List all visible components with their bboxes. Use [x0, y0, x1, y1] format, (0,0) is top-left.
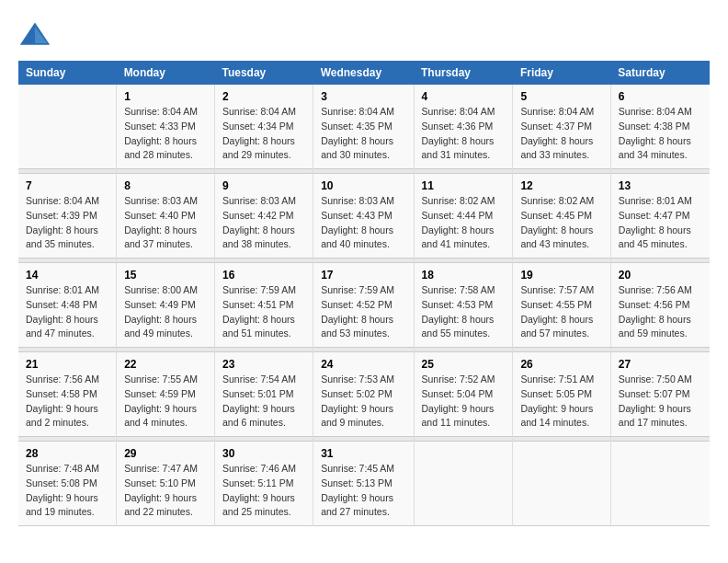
day-info: Sunrise: 7:56 AMSunset: 4:56 PMDaylight:… [619, 283, 702, 341]
day-info: Sunrise: 8:03 AMSunset: 4:40 PMDaylight:… [124, 194, 207, 252]
day-number: 20 [619, 269, 702, 282]
day-cell: 9Sunrise: 8:03 AMSunset: 4:42 PMDaylight… [214, 174, 313, 259]
day-number: 15 [124, 269, 207, 282]
week-row-1: 7Sunrise: 8:04 AMSunset: 4:39 PMDaylight… [18, 174, 710, 259]
day-number: 13 [619, 179, 702, 192]
day-cell: 4Sunrise: 8:04 AMSunset: 4:36 PMDaylight… [414, 85, 513, 169]
day-cell [18, 85, 117, 169]
day-number: 26 [520, 358, 602, 371]
day-number: 2 [222, 90, 305, 103]
day-cell: 2Sunrise: 8:04 AMSunset: 4:34 PMDaylight… [214, 85, 313, 169]
day-cell: 22Sunrise: 7:55 AMSunset: 4:59 PMDayligh… [117, 352, 215, 437]
calendar-table: SundayMondayTuesdayWednesdayThursdayFrid… [18, 61, 710, 526]
day-cell: 26Sunrise: 7:51 AMSunset: 5:05 PMDayligh… [513, 352, 610, 437]
day-cell: 17Sunrise: 7:59 AMSunset: 4:52 PMDayligh… [313, 263, 414, 348]
day-number: 27 [619, 358, 702, 371]
day-number: 24 [321, 358, 405, 371]
day-cell: 24Sunrise: 7:53 AMSunset: 5:02 PMDayligh… [313, 352, 414, 437]
day-number: 4 [422, 90, 506, 103]
day-info: Sunrise: 8:04 AMSunset: 4:34 PMDaylight:… [222, 105, 305, 163]
day-info: Sunrise: 7:54 AMSunset: 5:01 PMDaylight:… [222, 373, 305, 431]
day-cell: 14Sunrise: 8:01 AMSunset: 4:48 PMDayligh… [18, 263, 117, 348]
day-info: Sunrise: 8:03 AMSunset: 4:42 PMDaylight:… [222, 194, 305, 252]
day-cell: 3Sunrise: 8:04 AMSunset: 4:35 PMDaylight… [313, 85, 414, 169]
day-info: Sunrise: 8:02 AMSunset: 4:44 PMDaylight:… [422, 194, 506, 252]
day-number: 7 [26, 179, 108, 192]
header-tuesday: Tuesday [214, 61, 313, 85]
day-cell [513, 442, 610, 526]
day-cell: 21Sunrise: 7:56 AMSunset: 4:58 PMDayligh… [18, 352, 117, 437]
day-number: 1 [124, 90, 207, 103]
day-info: Sunrise: 7:50 AMSunset: 5:07 PMDaylight:… [619, 373, 702, 431]
day-info: Sunrise: 8:02 AMSunset: 4:45 PMDaylight:… [520, 194, 602, 252]
day-cell: 25Sunrise: 7:52 AMSunset: 5:04 PMDayligh… [414, 352, 513, 437]
day-info: Sunrise: 7:45 AMSunset: 5:13 PMDaylight:… [321, 462, 405, 520]
day-number: 10 [321, 179, 405, 192]
day-number: 31 [321, 447, 405, 460]
day-cell: 13Sunrise: 8:01 AMSunset: 4:47 PMDayligh… [610, 174, 710, 259]
day-number: 18 [422, 269, 506, 282]
header-sunday: Sunday [18, 61, 117, 85]
day-number: 6 [619, 90, 702, 103]
header-monday: Monday [117, 61, 215, 85]
day-info: Sunrise: 7:57 AMSunset: 4:55 PMDaylight:… [520, 283, 602, 341]
logo-icon [18, 18, 51, 52]
day-cell: 5Sunrise: 8:04 AMSunset: 4:37 PMDaylight… [513, 85, 610, 169]
day-cell [414, 442, 513, 526]
day-info: Sunrise: 7:52 AMSunset: 5:04 PMDaylight:… [422, 373, 506, 431]
day-number: 29 [124, 447, 207, 460]
day-info: Sunrise: 7:56 AMSunset: 4:58 PMDaylight:… [26, 373, 108, 431]
day-number: 23 [222, 358, 305, 371]
day-number: 5 [520, 90, 602, 103]
page-header [18, 18, 710, 52]
day-cell: 12Sunrise: 8:02 AMSunset: 4:45 PMDayligh… [513, 174, 610, 259]
day-info: Sunrise: 8:04 AMSunset: 4:35 PMDaylight:… [321, 105, 405, 163]
day-info: Sunrise: 7:48 AMSunset: 5:08 PMDaylight:… [26, 462, 108, 520]
header-friday: Friday [513, 61, 610, 85]
day-info: Sunrise: 8:01 AMSunset: 4:48 PMDaylight:… [26, 283, 108, 341]
day-cell: 10Sunrise: 8:03 AMSunset: 4:43 PMDayligh… [313, 174, 414, 259]
header-thursday: Thursday [414, 61, 513, 85]
day-cell: 8Sunrise: 8:03 AMSunset: 4:40 PMDaylight… [117, 174, 215, 259]
day-number: 8 [124, 179, 207, 192]
logo [18, 18, 55, 52]
day-number: 17 [321, 269, 405, 282]
day-cell: 28Sunrise: 7:48 AMSunset: 5:08 PMDayligh… [18, 442, 117, 526]
day-cell: 18Sunrise: 7:58 AMSunset: 4:53 PMDayligh… [414, 263, 513, 348]
day-info: Sunrise: 8:04 AMSunset: 4:37 PMDaylight:… [520, 105, 602, 163]
day-info: Sunrise: 7:46 AMSunset: 5:11 PMDaylight:… [222, 462, 305, 520]
week-row-3: 21Sunrise: 7:56 AMSunset: 4:58 PMDayligh… [18, 352, 710, 437]
day-number: 21 [26, 358, 108, 371]
day-cell: 7Sunrise: 8:04 AMSunset: 4:39 PMDaylight… [18, 174, 117, 259]
day-cell: 31Sunrise: 7:45 AMSunset: 5:13 PMDayligh… [313, 442, 414, 526]
day-info: Sunrise: 7:53 AMSunset: 5:02 PMDaylight:… [321, 373, 405, 431]
day-info: Sunrise: 8:04 AMSunset: 4:36 PMDaylight:… [422, 105, 506, 163]
week-row-0: 1Sunrise: 8:04 AMSunset: 4:33 PMDaylight… [18, 85, 710, 169]
day-number: 11 [422, 179, 506, 192]
week-row-2: 14Sunrise: 8:01 AMSunset: 4:48 PMDayligh… [18, 263, 710, 348]
day-number: 14 [26, 269, 108, 282]
day-cell: 6Sunrise: 8:04 AMSunset: 4:38 PMDaylight… [610, 85, 710, 169]
day-cell [610, 442, 710, 526]
day-info: Sunrise: 7:55 AMSunset: 4:59 PMDaylight:… [124, 373, 207, 431]
day-number: 16 [222, 269, 305, 282]
day-info: Sunrise: 8:04 AMSunset: 4:38 PMDaylight:… [619, 105, 702, 163]
day-cell: 30Sunrise: 7:46 AMSunset: 5:11 PMDayligh… [214, 442, 313, 526]
day-number: 12 [520, 179, 602, 192]
header-saturday: Saturday [610, 61, 710, 85]
day-number: 25 [422, 358, 506, 371]
day-cell: 11Sunrise: 8:02 AMSunset: 4:44 PMDayligh… [414, 174, 513, 259]
day-info: Sunrise: 7:58 AMSunset: 4:53 PMDaylight:… [422, 283, 506, 341]
day-info: Sunrise: 8:04 AMSunset: 4:33 PMDaylight:… [124, 105, 207, 163]
day-info: Sunrise: 7:59 AMSunset: 4:51 PMDaylight:… [222, 283, 305, 341]
day-info: Sunrise: 8:04 AMSunset: 4:39 PMDaylight:… [26, 194, 108, 252]
day-info: Sunrise: 8:03 AMSunset: 4:43 PMDaylight:… [321, 194, 405, 252]
day-cell: 16Sunrise: 7:59 AMSunset: 4:51 PMDayligh… [214, 263, 313, 348]
day-number: 28 [26, 447, 108, 460]
day-cell: 29Sunrise: 7:47 AMSunset: 5:10 PMDayligh… [117, 442, 215, 526]
day-number: 22 [124, 358, 207, 371]
day-cell: 27Sunrise: 7:50 AMSunset: 5:07 PMDayligh… [610, 352, 710, 437]
week-row-4: 28Sunrise: 7:48 AMSunset: 5:08 PMDayligh… [18, 442, 710, 526]
header-wednesday: Wednesday [313, 61, 414, 85]
day-cell: 23Sunrise: 7:54 AMSunset: 5:01 PMDayligh… [214, 352, 313, 437]
